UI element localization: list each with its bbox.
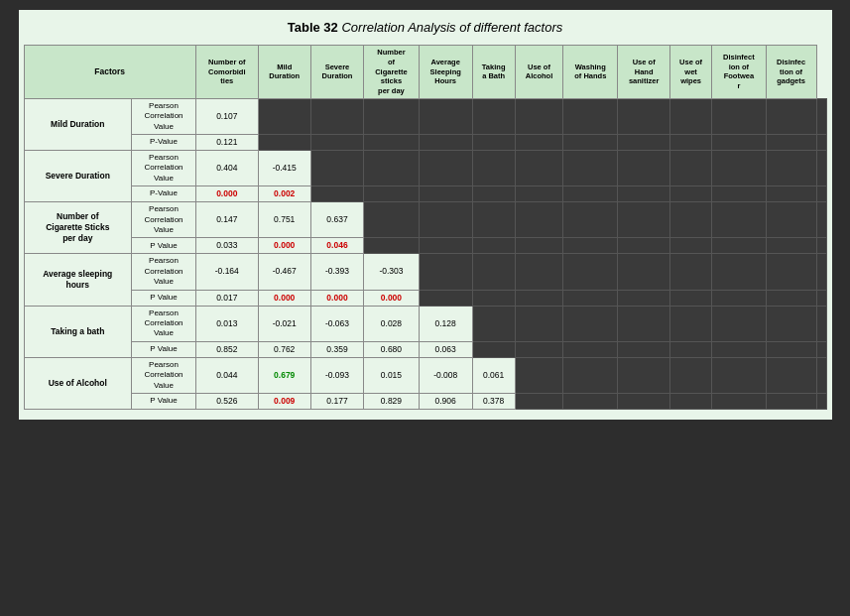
cell-value: -0.063 (310, 306, 363, 341)
row-sub-label: Pearson Correlation Value (132, 357, 196, 393)
cell-value (515, 290, 563, 306)
row-sub-label: P Value (132, 290, 196, 306)
row-main-label: Taking a bath (24, 306, 132, 357)
cell-value: 0.028 (364, 306, 420, 341)
cell-dark (618, 357, 670, 393)
cell-value (515, 186, 563, 202)
cell-dark (816, 238, 826, 254)
table-name: Correlation Analysis of different factor… (341, 20, 562, 35)
cell-value: 0.852 (195, 341, 258, 357)
cell-value: 0.378 (472, 394, 515, 410)
cell-value (419, 186, 472, 202)
cell-value (419, 254, 472, 290)
cell-value: -0.008 (419, 357, 472, 393)
cell-dark (712, 357, 766, 393)
header-disinfect-gadgets: Disinfection ofgadgets (766, 46, 816, 99)
cell-dark (816, 202, 826, 238)
row-sub-label: P-Value (132, 186, 196, 202)
cell-dark (712, 186, 766, 202)
cell-dark (712, 150, 766, 185)
cell-value (419, 202, 472, 238)
cell-dark (670, 202, 712, 238)
cell-value: 0.107 (195, 98, 258, 134)
cell-value (515, 306, 563, 341)
cell-value: 0.061 (472, 357, 515, 393)
row-sub-label: P-Value (132, 134, 196, 150)
cell-value: 0.000 (195, 186, 258, 202)
cell-value: 0.015 (364, 357, 420, 393)
cell-dark (816, 357, 826, 393)
cell-dark (618, 202, 670, 238)
cell-dark (563, 202, 618, 238)
cell-dark (766, 238, 816, 254)
cell-value (419, 134, 472, 150)
cell-value: -0.393 (310, 254, 363, 290)
cell-dark (563, 357, 618, 393)
cell-value (310, 150, 363, 185)
cell-dark (670, 306, 712, 341)
cell-value (472, 186, 515, 202)
cell-dark (816, 98, 826, 134)
cell-dark (712, 238, 766, 254)
cell-value: 0.680 (364, 341, 420, 357)
row-sub-label: Pearson Correlation Value (132, 150, 196, 185)
cell-value (258, 134, 310, 150)
cell-value (515, 202, 563, 238)
table-row: P Value0.5260.0090.1770.8290.9060.378 (24, 394, 826, 410)
cell-value (472, 306, 515, 341)
row-sub-label: Pearson Correlation Value (132, 254, 196, 290)
cell-value (364, 98, 420, 134)
cell-dark (712, 306, 766, 341)
header-wet-wipes: Use ofwetwipes (670, 46, 712, 99)
cell-dark (766, 254, 816, 290)
cell-dark (670, 186, 712, 202)
table-row: Use of AlcoholPearson Correlation Value0… (24, 357, 826, 393)
row-main-label: Severe Duration (24, 150, 132, 201)
cell-dark (816, 134, 826, 150)
cell-value (419, 98, 472, 134)
cell-dark (766, 306, 816, 341)
cell-value (472, 202, 515, 238)
header-use-sanitizer: Use ofHandsanitizer (618, 46, 670, 99)
table-row: Taking a bathPearson Correlation Value0.… (24, 306, 826, 341)
cell-dark (816, 254, 826, 290)
header-use-alcohol: Use ofAlcohol (515, 46, 563, 99)
cell-value (515, 341, 563, 357)
cell-value (419, 150, 472, 185)
cell-value: 0.404 (195, 150, 258, 185)
cell-value: 0.000 (310, 290, 363, 306)
cell-dark (712, 98, 766, 134)
cell-value: 0.046 (310, 238, 363, 254)
cell-dark (766, 150, 816, 185)
cell-value: 0.526 (195, 394, 258, 410)
cell-dark (563, 254, 618, 290)
cell-value: 0.000 (364, 290, 420, 306)
cell-value (364, 202, 420, 238)
cell-value (310, 98, 363, 134)
cell-dark (563, 394, 618, 410)
cell-value: 0.679 (258, 357, 310, 393)
cell-value: 0.906 (419, 394, 472, 410)
cell-value: -0.021 (258, 306, 310, 341)
row-main-label: Number of Cigarette Sticks per day (24, 202, 132, 254)
cell-dark (618, 98, 670, 134)
cell-value (310, 134, 363, 150)
cell-value: 0.000 (258, 238, 310, 254)
cell-value: 0.121 (195, 134, 258, 150)
cell-value (472, 341, 515, 357)
row-sub-label: P Value (132, 341, 196, 357)
page-wrapper: Table 32 Correlation Analysis of differe… (19, 10, 832, 420)
table-row: P-Value0.121 (24, 134, 826, 150)
cell-dark (563, 134, 618, 150)
cell-value: 0.177 (310, 394, 363, 410)
cell-value: 0.829 (364, 394, 420, 410)
cell-value (258, 98, 310, 134)
cell-value (515, 134, 563, 150)
cell-dark (670, 254, 712, 290)
cell-dark (816, 341, 826, 357)
cell-value (364, 238, 420, 254)
cell-dark (563, 186, 618, 202)
table-row: Mild DurationPearson Correlation Value0.… (24, 98, 826, 134)
cell-dark (618, 254, 670, 290)
cell-value (364, 134, 420, 150)
